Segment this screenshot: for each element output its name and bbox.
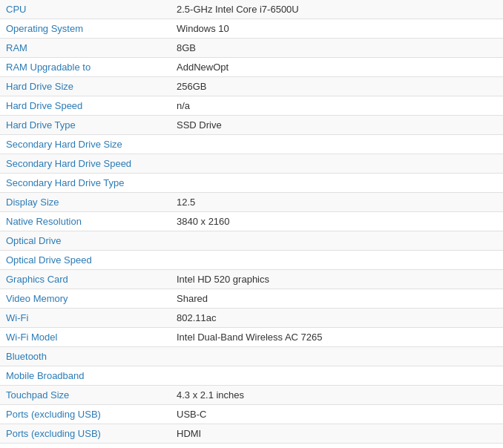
table-row: Ports (excluding USB)USB-C [0, 405, 503, 424]
spec-value: Intel Dual-Band Wireless AC 7265 [171, 328, 503, 347]
table-row: Native Resolution3840 x 2160 [0, 212, 503, 231]
spec-label: Video Memory [0, 289, 171, 309]
spec-value [171, 347, 503, 366]
spec-value: Headphone/Mic [171, 444, 503, 449]
spec-value [171, 174, 503, 193]
spec-label: Secondary Hard Drive Type [0, 174, 171, 193]
spec-label: Bluetooth [0, 347, 171, 366]
table-row: Video MemoryShared [0, 289, 503, 309]
table-row: Hard Drive Size256GB [0, 77, 503, 96]
table-row: Secondary Hard Drive Speed [0, 154, 503, 174]
table-row: Wi-Fi802.11ac [0, 309, 503, 328]
spec-label: Optical Drive Speed [0, 251, 171, 270]
table-row: Graphics CardIntel HD 520 graphics [0, 270, 503, 289]
spec-label: Secondary Hard Drive Speed [0, 154, 171, 174]
spec-label: Native Resolution [0, 212, 171, 231]
spec-label: RAM Upgradable to [0, 58, 171, 77]
table-row: Operating SystemWindows 10 [0, 19, 503, 39]
spec-label: Ports (excluding USB) [0, 444, 171, 449]
table-row: CPU2.5-GHz Intel Core i7-6500U [0, 0, 503, 19]
spec-value: Windows 10 [171, 19, 503, 39]
spec-value: 3840 x 2160 [171, 212, 503, 231]
spec-label: CPU [0, 0, 171, 19]
spec-label: Optical Drive [0, 231, 171, 251]
spec-label: Touchpad Size [0, 386, 171, 405]
table-row: Wi-Fi ModelIntel Dual-Band Wireless AC 7… [0, 328, 503, 347]
spec-label: Ports (excluding USB) [0, 424, 171, 444]
spec-label: Display Size [0, 193, 171, 212]
spec-value: Intel HD 520 graphics [171, 270, 503, 289]
spec-value: HDMI [171, 424, 503, 444]
spec-label: Wi-Fi Model [0, 328, 171, 347]
table-row: RAM8GB [0, 39, 503, 58]
spec-label: Ports (excluding USB) [0, 405, 171, 424]
spec-value [171, 231, 503, 251]
spec-value: USB-C [171, 405, 503, 424]
table-row: Hard Drive TypeSSD Drive [0, 116, 503, 135]
spec-label: Hard Drive Size [0, 77, 171, 96]
spec-label: RAM [0, 39, 171, 58]
spec-value: 8GB [171, 39, 503, 58]
spec-value: 802.11ac [171, 309, 503, 328]
spec-value: 2.5-GHz Intel Core i7-6500U [171, 0, 503, 19]
spec-label: Operating System [0, 19, 171, 39]
spec-label: Wi-Fi [0, 309, 171, 328]
spec-value: 4.3 x 2.1 inches [171, 386, 503, 405]
table-row: Mobile Broadband [0, 366, 503, 386]
spec-value: 12.5 [171, 193, 503, 212]
spec-value: n/a [171, 96, 503, 116]
table-row: Ports (excluding USB)HDMI [0, 424, 503, 444]
spec-label: Hard Drive Type [0, 116, 171, 135]
table-row: Ports (excluding USB)Headphone/Mic [0, 444, 503, 449]
specs-table: CPU2.5-GHz Intel Core i7-6500UOperating … [0, 0, 503, 448]
spec-value [171, 154, 503, 174]
table-row: Optical Drive [0, 231, 503, 251]
spec-value: SSD Drive [171, 116, 503, 135]
spec-value [171, 135, 503, 154]
table-row: Hard Drive Speedn/a [0, 96, 503, 116]
table-row: Optical Drive Speed [0, 251, 503, 270]
table-row: Secondary Hard Drive Type [0, 174, 503, 193]
spec-value [171, 366, 503, 386]
table-row: Touchpad Size4.3 x 2.1 inches [0, 386, 503, 405]
spec-label: Graphics Card [0, 270, 171, 289]
spec-value: AddNewOpt [171, 58, 503, 77]
spec-label: Mobile Broadband [0, 366, 171, 386]
spec-label: Hard Drive Speed [0, 96, 171, 116]
table-row: RAM Upgradable toAddNewOpt [0, 58, 503, 77]
spec-value [171, 251, 503, 270]
table-row: Secondary Hard Drive Size [0, 135, 503, 154]
spec-value: 256GB [171, 77, 503, 96]
table-row: Display Size12.5 [0, 193, 503, 212]
spec-label: Secondary Hard Drive Size [0, 135, 171, 154]
spec-value: Shared [171, 289, 503, 309]
table-row: Bluetooth [0, 347, 503, 366]
